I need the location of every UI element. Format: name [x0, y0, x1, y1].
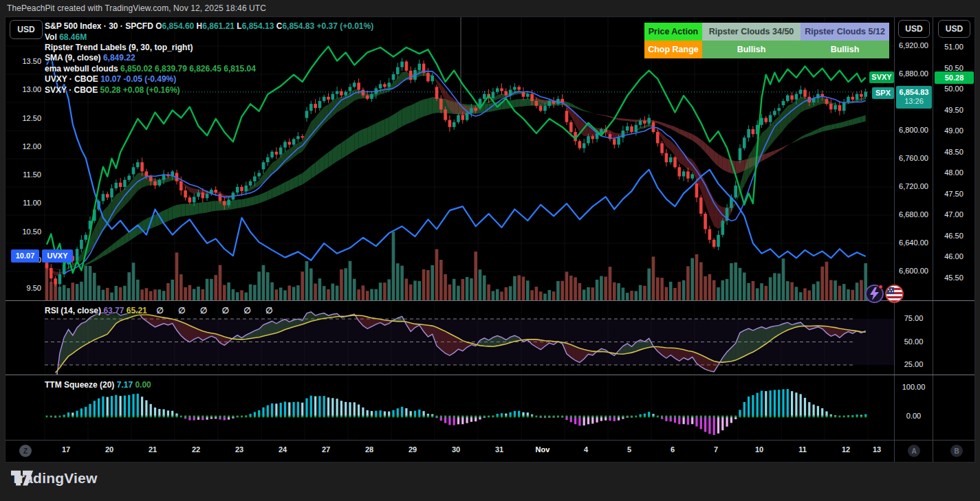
uvxy-price-badge: 10.07	[11, 249, 39, 263]
svxy-scale-tick: 46.00	[933, 252, 974, 260]
ttm-zero-value: 0.00	[135, 380, 151, 390]
spx-scale-tick: 6,680.00	[895, 210, 933, 219]
ema-clouds-legend-row[interactable]: ema webull clouds 6,850.02 6,839.79 6,82…	[45, 64, 256, 74]
condition-cell: Bullish	[702, 41, 801, 58]
ttm-value: 7.17	[117, 380, 133, 390]
time-tick-label: 23	[235, 445, 243, 454]
uvxy-scale-tick: 9.50	[11, 284, 41, 292]
spx-price-scale[interactable]: USD 6,854.83 13:26 A 6,920.006,880.006,8…	[894, 17, 933, 462]
ttm-scale-tick: 100.00	[895, 383, 933, 391]
tradingview-glyph-icon	[11, 470, 34, 487]
volume-legend-row[interactable]: Vol 68.46M	[45, 32, 87, 42]
svxy-change: +0.08 (+0.16%)	[123, 85, 180, 95]
svxy-scale-tick: 46.50	[933, 232, 974, 240]
time-tick-label: 29	[409, 445, 417, 454]
pane-separator[interactable]	[6, 375, 974, 375]
time-tick-label: 4	[584, 445, 588, 454]
svxy-legend-row[interactable]: SVXY · CBOE 50.28 +0.08 (+0.16%)	[45, 85, 180, 95]
sma-value: 6,849.22	[103, 53, 135, 63]
condition-cell: Bullish	[801, 41, 889, 58]
time-tick-label: 31	[495, 445, 503, 454]
svxy-price-scale[interactable]: USD 50.28 B 51.0050.5050.0049.5049.0048.…	[933, 17, 974, 462]
svxy-scale-tick: 49.50	[933, 106, 974, 114]
open-value: 6,854.60	[162, 21, 195, 31]
tradingview-logo[interactable]: TradingView	[11, 470, 98, 487]
time-tick-label: 27	[322, 445, 330, 454]
time-tick-label: 17	[62, 445, 70, 454]
ttm-squeeze-pane[interactable]: TTM Squeeze (20) 7.17 0.00	[6, 375, 894, 440]
uvxy-scale-tick: 12.50	[11, 114, 41, 122]
attribution-text: ThePeachPit created with TradingView.com…	[7, 3, 266, 13]
rsi-scale-tick: 25.00	[895, 360, 933, 368]
svxy-scale-tick: 49.00	[933, 126, 974, 135]
currency-button-svxy[interactable]: USD	[938, 20, 970, 38]
time-tick-label: 22	[192, 445, 200, 454]
time-axis-separator	[6, 440, 974, 441]
symbol-title: S&P 500 Index · 30 · SPCFD	[45, 21, 153, 31]
uvxy-scale-tick: 11.00	[11, 199, 41, 207]
scale-b-button[interactable]: B	[950, 445, 963, 457]
chart-area: USD S&P 500 Index · 30 · SPCFD O6,854.60…	[6, 17, 974, 462]
spx-scale-tick: 6,800.00	[895, 126, 933, 134]
uvxy-scale-tick: 10.50	[11, 227, 41, 236]
low-value: 6,854.13	[242, 21, 274, 31]
pane-separator[interactable]	[6, 300, 974, 301]
spx-last-price-badge: 6,854.83 13:26	[896, 86, 932, 109]
change-value: +0.37 (+0.01%)	[316, 21, 373, 31]
timezone-button[interactable]: Z	[19, 445, 32, 457]
svxy-scale-tick: 45.50	[933, 274, 974, 282]
svxy-value: 50.28	[100, 85, 120, 95]
rsi-null-markers: ∅ ∅ ∅ ∅ ∅ ∅	[156, 306, 279, 315]
svxy-scale-tick: 51.00	[933, 43, 974, 51]
condition-cell: Chop Range	[644, 41, 702, 58]
time-tick-label: 12	[842, 445, 850, 454]
ripster-labels-legend-row[interactable]: Ripster Trend Labels (9, 30, top_right)	[45, 43, 193, 52]
uvxy-scale-tick: 13.00	[11, 85, 41, 93]
time-tick-label: 28	[365, 445, 373, 454]
tradingview-screenshot: ThePeachPit created with TradingView.com…	[0, 0, 980, 501]
condition-cell: Price Action	[644, 23, 702, 41]
sma-legend-row[interactable]: SMA (9, close) 6,849.22	[45, 53, 135, 63]
spx-scale-tick: 6,640.00	[895, 238, 933, 247]
spx-scale-tick: 6,600.00	[895, 267, 933, 275]
time-tick-label: 6	[671, 445, 675, 454]
svxy-scale-tick: 50.50	[933, 64, 974, 72]
svxy-last-price-badge: 50.28	[935, 71, 974, 84]
ttm-scale-tick: 0.00	[895, 412, 933, 420]
time-tick-label: 13	[873, 445, 881, 454]
scale-a-button[interactable]: A	[908, 445, 920, 457]
volume-value: 68.46M	[59, 32, 87, 42]
uvxy-legend-row[interactable]: UVXY · CBOE 10.07 -0.05 (-0.49%)	[45, 74, 176, 84]
time-axis[interactable]: Z 1720212223242728293031Nov456710111213	[6, 440, 894, 462]
main-price-pane[interactable]: USD S&P 500 Index · 30 · SPCFD O6,854.60…	[6, 17, 894, 300]
rsi-pane[interactable]: RSI (14, close) 63.77 65.21 ∅ ∅ ∅ ∅ ∅ ∅	[6, 300, 894, 375]
high-value: 6,861.21	[202, 21, 235, 31]
svxy-scale-tick: 48.50	[933, 148, 974, 156]
uvxy-change: -0.05 (-0.49%)	[124, 74, 177, 84]
uvxy-scale-tick: 13.50	[11, 57, 41, 65]
currency-button-spx[interactable]: USD	[898, 20, 930, 38]
time-tick-label: 11	[798, 445, 807, 454]
notification-dot	[878, 285, 883, 289]
svxy-symbol-badge: SVXY	[869, 71, 894, 83]
time-tick-label: Nov	[536, 445, 550, 454]
svxy-scale-tick: 50.00	[933, 85, 974, 93]
rsi-legend-row[interactable]: RSI (14, close) 63.77 65.21 ∅ ∅ ∅ ∅ ∅ ∅	[45, 306, 279, 315]
main-chart-canvas[interactable]	[6, 17, 894, 300]
svxy-scale-tick: 47.00	[933, 210, 974, 219]
lightning-ideas-icon[interactable]	[865, 285, 884, 303]
ttm-legend-row[interactable]: TTM Squeeze (20) 7.17 0.00	[45, 380, 151, 390]
time-tick-label: 7	[714, 445, 718, 454]
attribution-bar: ThePeachPit created with TradingView.com…	[0, 0, 980, 17]
us-flag-event-icon[interactable]	[885, 285, 904, 303]
spx-scale-tick: 6,720.00	[895, 182, 933, 190]
svxy-scale-tick: 47.50	[933, 190, 974, 198]
currency-button-main[interactable]: USD	[10, 20, 43, 39]
time-tick-label: 21	[149, 445, 157, 454]
time-tick-label: 5	[627, 445, 631, 454]
svxy-scale-tick: 48.00	[933, 168, 974, 177]
symbol-legend-row[interactable]: S&P 500 Index · 30 · SPCFD O6,854.60 H6,…	[45, 21, 373, 31]
close-value: 6,854.83	[282, 21, 314, 31]
rsi-scale-tick: 75.00	[895, 314, 933, 322]
time-tick-label: 30	[452, 445, 460, 454]
